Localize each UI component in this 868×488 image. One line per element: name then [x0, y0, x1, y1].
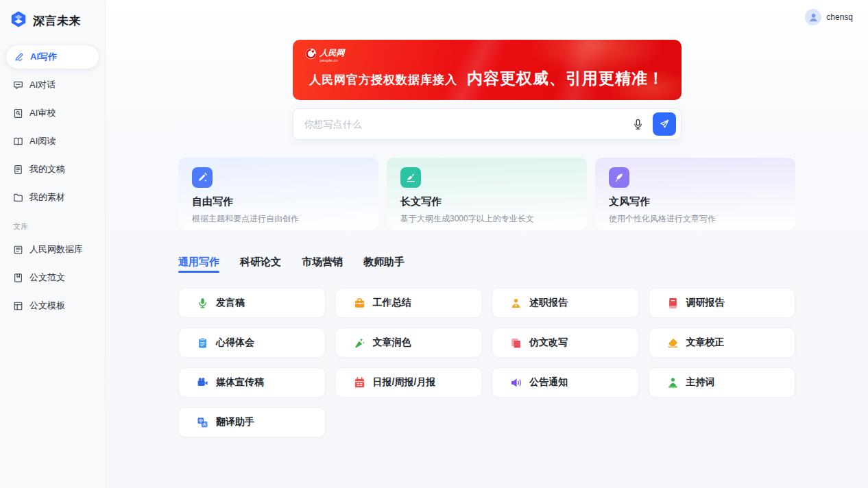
- sidebar-item-label: 我的素材: [29, 191, 65, 204]
- banner-subtitle: 人民网官方授权数据库接入: [309, 72, 457, 88]
- book-red-icon: [667, 297, 679, 309]
- deeplang-logo-icon: [10, 10, 27, 31]
- card-title: 文风写作: [609, 195, 782, 208]
- user-name: chensq: [826, 12, 853, 22]
- template-translate-assistant[interactable]: 中A 翻译助手: [178, 407, 326, 437]
- sidebar-item-my-materials[interactable]: 我的素材: [5, 185, 99, 210]
- template-reflections[interactable]: 心得体会: [178, 328, 326, 358]
- card-title: 长文写作: [400, 195, 573, 208]
- template-imitation-rewrite[interactable]: 仿文改写: [492, 328, 639, 358]
- template-label: 述职报告: [529, 297, 568, 309]
- template-label: 文章润色: [373, 337, 411, 349]
- folder-icon: [13, 193, 23, 203]
- template-speech-draft[interactable]: 发言稿: [178, 288, 326, 318]
- sidebar-item-label: AI阅读: [29, 135, 56, 147]
- sidebar-section-library: 文库: [5, 213, 99, 237]
- mic-outline-icon: [632, 119, 644, 130]
- briefcase-icon: [354, 297, 365, 309]
- sidebar-item-my-documents[interactable]: 我的文稿: [5, 157, 99, 182]
- template-label: 调研报告: [686, 297, 725, 309]
- chat-icon: [13, 80, 23, 90]
- signature-tile-icon: [400, 167, 421, 188]
- prompt-input[interactable]: [304, 119, 628, 130]
- template-periodic-report[interactable]: 日报/周报/月报: [335, 367, 483, 398]
- sidebar: 深言未来 AI写作 AI对话 AI审校 AI阅读 我的文稿 我的素材 文库: [0, 0, 106, 488]
- card-style-writing[interactable]: 文风写作 使用个性化风格进行文章写作: [595, 158, 795, 230]
- copy-icon: [510, 337, 522, 349]
- translate-icon: 中A: [197, 417, 208, 428]
- mic-button[interactable]: [628, 114, 649, 134]
- sidebar-item-label: 人民网数据库: [29, 243, 83, 256]
- template-label: 主持词: [686, 376, 715, 389]
- template-label: 心得体会: [216, 337, 254, 349]
- template-duty-report[interactable]: 述职报告: [492, 288, 639, 318]
- newspaper-icon: [13, 245, 23, 255]
- send-icon: [659, 119, 670, 130]
- megaphone-icon: [510, 377, 522, 389]
- template-grid: 发言稿 工作总结 述职报告 调研报告 心得体会 文章润色 仿文改写 文章校正: [178, 288, 795, 437]
- sidebar-item-ai-writing[interactable]: AI写作: [5, 45, 99, 69]
- sidebar-item-ai-proofread[interactable]: AI审校: [5, 101, 99, 125]
- template-work-summary[interactable]: 工作总结: [335, 288, 483, 318]
- card-description: 基于大纲生成3000字以上的专业长文: [400, 213, 573, 225]
- card-description: 使用个性化风格进行文章写作: [609, 213, 782, 225]
- template-article-correction[interactable]: 文章校正: [649, 328, 796, 358]
- app-logo[interactable]: 深言未来: [5, 0, 99, 39]
- open-book-icon: [13, 136, 23, 147]
- svg-text:中: 中: [199, 417, 203, 422]
- mic-green-icon: [197, 297, 208, 309]
- sidebar-item-label: AI写作: [30, 51, 57, 63]
- sidebar-item-label: AI对话: [29, 79, 56, 91]
- pencil-tile-icon: [192, 167, 213, 188]
- tab-research-paper[interactable]: 科研论文: [240, 256, 281, 273]
- template-host-script[interactable]: 主持词: [649, 367, 796, 398]
- tab-general-writing[interactable]: 通用写作: [178, 256, 219, 273]
- sidebar-item-official-templates[interactable]: 公文模板: [5, 293, 99, 318]
- template-announcement[interactable]: 公告通知: [492, 367, 639, 398]
- send-button[interactable]: [653, 112, 676, 136]
- card-long-writing[interactable]: 长文写作 基于大纲生成3000字以上的专业长文: [387, 158, 587, 230]
- eraser-icon: [667, 337, 679, 349]
- sidebar-item-label: 公文模板: [29, 300, 65, 312]
- sidebar-item-official-samples[interactable]: 公文范文: [5, 265, 99, 290]
- promo-banner[interactable]: 人民网 people.cn 人民网官方授权数据库接入 内容更权威、引用更精准！: [293, 40, 682, 100]
- category-tabs: 通用写作 科研论文 市场营销 教师助手: [178, 256, 795, 273]
- camera-icon: [197, 377, 208, 389]
- template-label: 日报/周报/月报: [373, 376, 436, 389]
- sidebar-item-label: 我的文稿: [29, 163, 65, 175]
- clipboard-icon: [197, 337, 208, 349]
- tab-marketing[interactable]: 市场营销: [302, 256, 343, 273]
- people-cn-logo-icon: [305, 48, 317, 62]
- sidebar-item-label: 公文范文: [29, 271, 65, 284]
- sidebar-item-label: AI审校: [29, 107, 56, 119]
- template-label: 公告通知: [529, 376, 568, 389]
- template-label: 仿文改写: [529, 337, 568, 349]
- banner-headline: 内容更权威、引用更精准！: [467, 68, 664, 89]
- card-description: 根据主题和要点进行自由创作: [192, 213, 365, 225]
- sidebar-item-ai-reading[interactable]: AI阅读: [5, 129, 99, 154]
- sidebar-item-ai-chat[interactable]: AI对话: [5, 73, 99, 97]
- doc-icon: [13, 164, 23, 175]
- wand-icon: [354, 337, 365, 349]
- people-cn-logo-text: 人民网: [320, 49, 345, 57]
- composer-bar: [293, 108, 682, 140]
- quill-tile-icon: [609, 167, 629, 188]
- svg-text:A: A: [203, 422, 206, 426]
- template-research-report[interactable]: 调研报告: [649, 288, 796, 318]
- template-label: 翻译助手: [216, 416, 254, 428]
- template-article-polish[interactable]: 文章润色: [335, 328, 483, 358]
- main-content: chensq 人民网 people.cn 人民网官方授权数据库接入: [106, 0, 868, 488]
- tab-teacher-assistant[interactable]: 教师助手: [363, 256, 405, 273]
- people-cn-logo: 人民网 people.cn: [305, 48, 669, 62]
- person-badge-icon: [510, 297, 522, 309]
- sidebar-item-people-db[interactable]: 人民网数据库: [5, 237, 99, 262]
- people-cn-logo-sub: people.cn: [320, 58, 345, 62]
- card-free-writing[interactable]: 自由写作 根据主题和要点进行自由创作: [178, 158, 378, 230]
- user-menu[interactable]: chensq: [805, 9, 853, 25]
- template-label: 文章校正: [686, 337, 725, 349]
- doc-bookmark-icon: [13, 273, 23, 283]
- host-icon: [667, 377, 679, 389]
- template-media-promo[interactable]: 媒体宣传稿: [178, 367, 326, 398]
- app-name: 深言未来: [33, 13, 81, 29]
- template-icon: [13, 301, 23, 311]
